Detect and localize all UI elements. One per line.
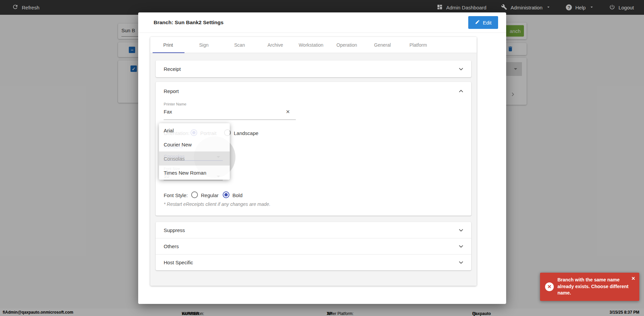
printer-name-label: Printer Name — [164, 102, 186, 106]
dashboard-icon — [437, 4, 443, 11]
toast-message: Branch with the same name already exists… — [557, 277, 629, 297]
active-tab-indicator — [153, 52, 184, 53]
report-title: Report — [164, 88, 179, 94]
modal-title-bar: Branch: Sun Bank2 Settings Edit — [138, 12, 506, 33]
wrench-icon — [501, 4, 507, 11]
regular-radio[interactable] — [191, 191, 198, 198]
option-consolas[interactable]: Consolas — [159, 151, 230, 166]
bold-radio[interactable] — [223, 191, 229, 198]
suppress-title: Suppress — [164, 227, 185, 233]
error-icon: ✕ — [545, 282, 554, 291]
tab-scan[interactable]: Scan — [222, 37, 258, 53]
landscape-label: Landscape — [234, 130, 258, 136]
chevron-down-icon — [459, 229, 463, 232]
chevron-down-icon — [459, 245, 463, 248]
clear-icon[interactable]: ✕ — [286, 109, 290, 115]
host-specific-accordion-header[interactable]: Host Specific — [156, 254, 471, 270]
power-icon — [609, 4, 615, 11]
option-courier-new[interactable]: Courier New — [159, 137, 230, 151]
restart-note: * Restart eReceipts client if any change… — [164, 201, 270, 207]
suppress-accordion-header[interactable]: Suppress — [156, 222, 471, 238]
administration-menu[interactable]: Administration — [501, 4, 551, 11]
tab-print[interactable]: Print — [150, 37, 186, 53]
tab-sign[interactable]: Sign — [186, 37, 222, 53]
edit-button-label: Edit — [483, 20, 492, 26]
chevron-down-icon — [459, 67, 463, 71]
regular-label: Regular — [201, 192, 219, 198]
font-style-label: Font Style: — [164, 192, 188, 198]
help-label: Help — [575, 5, 586, 10]
option-arial[interactable]: Arial — [159, 123, 230, 137]
option-times-new-roman[interactable]: Times New Roman — [159, 166, 230, 180]
admin-dashboard-label: Admin Dashboard — [446, 5, 486, 10]
refresh-icon — [12, 4, 18, 11]
receipt-accordion-header[interactable]: Receipt — [156, 60, 471, 77]
admin-dashboard-link[interactable]: Admin Dashboard — [437, 4, 486, 11]
receipt-title: Receipt — [164, 66, 181, 72]
accordion-group: Suppress Others Host Specific — [156, 222, 471, 270]
refresh-button[interactable]: Refresh — [12, 4, 40, 11]
select-underline — [164, 180, 223, 180]
refresh-label: Refresh — [22, 5, 40, 10]
others-accordion-header[interactable]: Others — [156, 238, 471, 254]
tab-general[interactable]: General — [365, 37, 400, 53]
help-menu[interactable]: ? Help — [566, 4, 594, 11]
chevron-down-icon — [459, 261, 463, 264]
printer-name-input[interactable]: Fax — [164, 109, 172, 115]
edit-button[interactable]: Edit — [468, 16, 498, 29]
close-icon[interactable]: ✕ — [631, 276, 635, 281]
pencil-icon — [475, 19, 480, 26]
tab-platform[interactable]: Platform — [400, 37, 436, 53]
chevron-down-icon — [546, 4, 551, 11]
report-accordion-header[interactable]: Report — [156, 82, 471, 100]
bold-label: Bold — [232, 192, 243, 198]
administration-label: Administration — [511, 5, 542, 10]
chevron-up-icon — [459, 90, 463, 93]
chevron-down-icon — [589, 4, 594, 11]
others-title: Others — [164, 243, 179, 249]
tab-workstation[interactable]: Workstation — [293, 37, 329, 53]
logout-label: Logout — [619, 5, 634, 10]
tab-operation[interactable]: Operation — [329, 37, 365, 53]
input-underline — [164, 120, 296, 120]
tab-archive[interactable]: Archive — [258, 37, 293, 53]
modal-title: Branch: Sun Bank2 Settings — [154, 19, 223, 26]
font-name-dropdown: Arial Courier New Consolas Times New Rom… — [159, 123, 230, 180]
help-icon: ? — [566, 4, 572, 10]
logout-button[interactable]: Logout — [609, 4, 634, 11]
error-toast: ✕ Branch with the same name already exis… — [540, 273, 639, 301]
settings-tabs: Print Sign Scan Archive Workstation Oper… — [150, 37, 477, 53]
host-specific-title: Host Specific — [164, 260, 193, 265]
receipt-panel: Receipt — [156, 60, 471, 77]
